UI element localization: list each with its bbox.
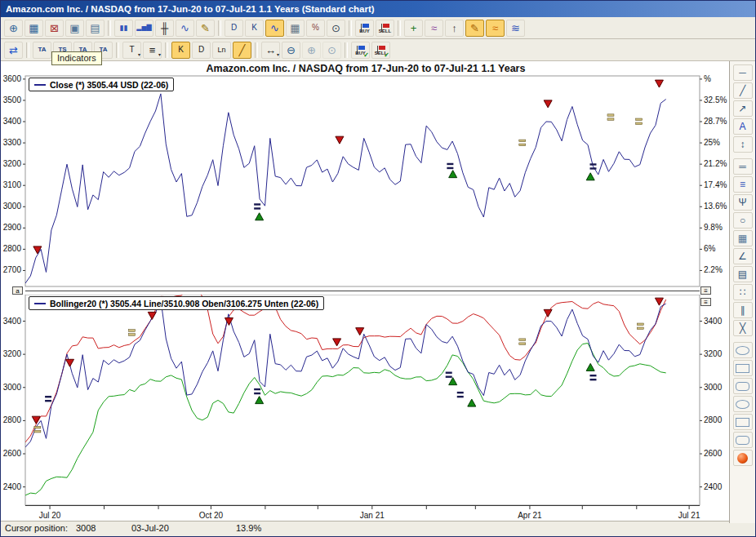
multi-wave-button[interactable]: ≋ [506,20,525,37]
y-axis-label: 2400 [704,482,723,491]
sell-flag-button[interactable]: SELL [376,20,394,37]
rectangle-tool[interactable] [733,360,753,376]
print-button[interactable]: ▤ [86,20,105,37]
neutral-bars-marker[interactable] [34,426,41,428]
trendline-tool[interactable]: ╱ [733,82,753,99]
position-bars-marker[interactable] [45,400,51,402]
line-mode-button[interactable]: ∿ [265,20,284,37]
data-table-button[interactable]: ▦ [24,20,43,37]
neutral-bars-marker[interactable] [637,327,643,330]
buy-signal-button[interactable]: BUY✓ [351,42,370,59]
list-dropdown[interactable]: ≡▾ [143,42,162,59]
circle-tool[interactable]: ○ [733,212,753,229]
neutral-bars-marker[interactable] [607,114,614,117]
zigzag-button[interactable]: ≈ [425,20,443,37]
neutral-bars-marker[interactable] [519,343,526,345]
position-bars-marker[interactable] [446,376,452,378]
position-bars-marker[interactable] [447,167,453,169]
position-bars-marker[interactable] [254,388,260,390]
add-indicator-button[interactable]: + [404,20,423,37]
dots-tool[interactable]: ∷ [733,284,753,300]
position-bars-marker[interactable] [45,396,51,397]
position-bars-marker[interactable] [446,372,452,374]
ta-panel-button[interactable]: TA [33,42,51,59]
gann-tool[interactable]: ▤ [733,266,753,282]
bar-style-button[interactable]: ▮▮ [114,20,133,37]
fibonacci-tool[interactable]: ≡ [733,176,753,193]
daily-period-button[interactable]: D [225,20,243,37]
close-chart-button[interactable]: ⊠ [45,20,64,37]
neutral-bars-marker[interactable] [607,118,614,121]
neutral-bars-marker[interactable] [637,323,643,326]
buy-flag-flag-icon [362,24,369,28]
neutral-bars-marker[interactable] [519,144,526,146]
ellipse-tool[interactable] [733,342,753,358]
position-bars-marker[interactable] [589,167,596,169]
position-bars-marker[interactable] [589,379,596,380]
pointer-mode-dropdown[interactable]: ↔▾ [261,42,280,59]
close-legend[interactable]: Close (*) 3505.44 USD (22-06) [29,78,174,91]
ray-tool[interactable]: ↗ [733,100,753,117]
measure-tool[interactable]: ↕ [733,136,753,153]
arrow-annotation-button[interactable]: ↑ [445,20,464,37]
percent-scale-button[interactable]: % [306,20,325,37]
ellipse-filled-tool[interactable] [733,396,753,412]
line-style-button[interactable]: ∿ [176,20,194,37]
candlestick-style-button[interactable]: ╫ [155,20,174,37]
position-bars-marker[interactable] [589,375,596,376]
position-bars-marker[interactable] [254,393,260,394]
time-scale-button[interactable]: ⊙ [327,20,345,37]
neutral-bars-marker[interactable] [636,118,643,121]
buy-flag-button[interactable]: BUY [355,20,374,37]
position-bars-marker[interactable] [457,392,464,393]
draw-style-button[interactable]: ✎ [196,20,215,37]
grid-toggle-button[interactable]: ▦ [286,20,305,37]
roundrect-filled-tool[interactable] [733,432,753,448]
pitchfork-tool[interactable]: Ψ [733,194,753,211]
x-axis-label: Jul 20 [39,511,61,520]
fan-tool[interactable]: ∠ [733,248,753,264]
cross-tool[interactable]: ╳ [733,320,753,336]
neutral-bars-marker[interactable] [34,430,41,433]
position-bars-marker[interactable] [457,396,464,397]
wave-tool-button[interactable]: ≈ [486,20,505,37]
ruler-button[interactable]: ╱ [233,42,251,59]
neutral-bars-marker[interactable] [519,339,526,341]
d-scale-button[interactable]: D [192,42,211,59]
position-bars-marker[interactable] [589,163,596,165]
neutral-bars-marker[interactable] [129,330,136,332]
ln-scale-button[interactable]: Ln [212,42,231,59]
parallel-tool[interactable]: ∥ [733,302,753,318]
y-axis-label: 3400 [3,117,22,126]
zoom-out-button[interactable]: ⊖ [282,42,300,59]
neutral-bars-marker[interactable] [636,122,643,125]
sell-signal-button[interactable]: SELL✓ [371,42,390,59]
hline-tool[interactable]: ─ [733,64,753,81]
neutral-bars-marker[interactable] [519,140,526,142]
histogram-style-button[interactable]: ▂▅▇ [135,20,153,37]
text-tool[interactable]: A [733,118,753,135]
panel-divider[interactable] [25,291,700,291]
text-tool-dropdown[interactable]: T▾ [122,42,141,59]
position-bars-marker[interactable] [254,207,260,209]
position-bars-marker[interactable] [447,163,453,165]
channel-tool[interactable]: ═ [733,158,753,175]
k-scale-button[interactable]: K [171,42,190,59]
price-panel[interactable]: 3600350034003300320031003000290028002700… [1,74,731,288]
rectangle-filled-tool[interactable] [733,414,753,430]
grid-tool[interactable]: ▦ [733,230,753,246]
indicator-panel-menu-button[interactable]: ≡ [700,298,711,306]
candle-period-button[interactable]: K [245,20,264,37]
bollinger-panel[interactable]: 3400340032003200300030002800280026002600… [1,295,731,521]
refresh-button[interactable]: ⇄ [4,42,23,59]
new-chart-button[interactable]: ⊕ [4,20,23,37]
panel-menu-button[interactable]: ≡ [700,286,711,295]
snapshot-button[interactable]: ▣ [65,20,84,37]
bollinger-legend[interactable]: Bollinger20 (*) 3505.44 Line/3510.908 Ob… [29,296,324,310]
roundrect-tool[interactable] [733,378,753,394]
panel-annotation-button[interactable]: a [12,286,23,295]
position-bars-marker[interactable] [254,203,260,205]
sphere-button[interactable] [733,450,753,466]
pencil-tool-button[interactable]: ✎ [465,20,484,37]
neutral-bars-marker[interactable] [129,334,136,336]
